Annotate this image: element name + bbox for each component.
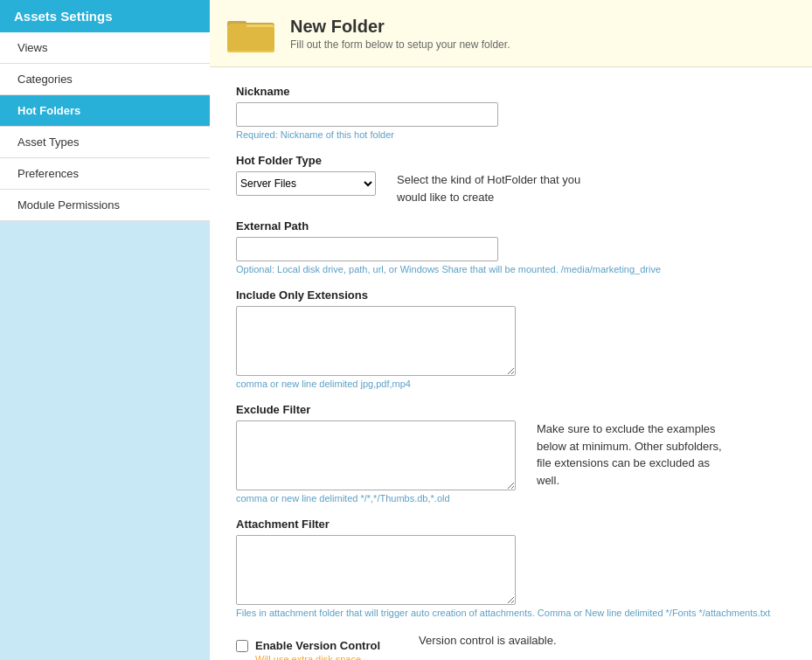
page-header: New Folder Fill out the form below to se… — [210, 0, 812, 67]
sidebar-header: Assets Settings — [0, 0, 210, 32]
page-header-text: New Folder Fill out the form below to se… — [290, 17, 510, 51]
sidebar: Assets Settings Views Categories Hot Fol… — [0, 0, 210, 660]
svg-rect-4 — [227, 27, 274, 51]
hot-folder-type-row: Server Files FTP S3 Dropbox Select the k… — [236, 171, 778, 205]
exclude-filter-left: comma or new line delimited */*,*/Thumbs… — [236, 420, 516, 504]
nickname-label: Nickname — [236, 85, 778, 98]
include-extensions-label: Include Only Extensions — [236, 288, 778, 302]
hot-folder-type-label: Hot Folder Type — [236, 154, 778, 167]
exclude-filter-tip: Make sure to exclude the examples below … — [537, 420, 729, 489]
folder-icon — [227, 12, 276, 54]
sidebar-item-module-permissions[interactable]: Module Permissions — [0, 190, 210, 221]
version-control-label[interactable]: Enable Version Control — [255, 639, 380, 652]
nickname-hint: Required: Nickname of this hot folder — [236, 129, 778, 140]
version-control-row: Enable Version Control — [236, 639, 380, 652]
exclude-filter-row: comma or new line delimited */*,*/Thumbs… — [236, 420, 778, 504]
exclude-filter-hint: comma or new line delimited */*,*/Thumbs… — [236, 493, 516, 504]
exclude-filter-group: Exclude Filter comma or new line delimit… — [236, 403, 778, 504]
hot-folder-type-tip: Select the kind of HotFolder that you wo… — [397, 171, 589, 205]
form-area: Nickname Required: Nickname of this hot … — [210, 67, 804, 660]
include-extensions-textarea[interactable] — [236, 306, 516, 376]
hot-folder-type-select[interactable]: Server Files FTP S3 Dropbox — [236, 171, 376, 196]
sidebar-item-preferences[interactable]: Preferences — [0, 158, 210, 190]
version-control-left: Enable Version Control Will use extra di… — [236, 632, 380, 660]
version-control-group: Enable Version Control Will use extra di… — [236, 632, 778, 660]
nickname-group: Nickname Required: Nickname of this hot … — [236, 85, 778, 140]
main-content: New Folder Fill out the form below to se… — [210, 0, 812, 660]
sidebar-item-views[interactable]: Views — [0, 32, 210, 64]
external-path-input[interactable] — [236, 237, 498, 261]
hot-folder-type-group: Hot Folder Type Server Files FTP S3 Drop… — [236, 154, 778, 205]
external-path-label: External Path — [236, 219, 778, 233]
include-extensions-group: Include Only Extensions comma or new lin… — [236, 288, 778, 389]
include-extensions-hint: comma or new line delimited jpg,pdf,mp4 — [236, 379, 778, 389]
external-path-hint: Optional: Local disk drive, path, url, o… — [236, 264, 778, 274]
external-path-group: External Path Optional: Local disk drive… — [236, 219, 778, 274]
attachment-filter-hint: Files in attachment folder that will tri… — [236, 608, 778, 618]
exclude-filter-label: Exclude Filter — [236, 403, 778, 416]
version-control-tip: Version control is available. — [419, 632, 557, 650]
svg-rect-5 — [229, 24, 246, 31]
version-control-hint: Will use extra disk space — [255, 654, 380, 660]
version-control-checkbox[interactable] — [236, 640, 248, 652]
sidebar-item-asset-types[interactable]: Asset Types — [0, 127, 210, 158]
page-subtitle: Fill out the form below to setup your ne… — [290, 38, 510, 51]
exclude-filter-textarea[interactable] — [236, 420, 516, 490]
attachment-filter-label: Attachment Filter — [236, 518, 778, 531]
sidebar-item-hot-folders[interactable]: Hot Folders — [0, 95, 210, 127]
attachment-filter-group: Attachment Filter Files in attachment fo… — [236, 518, 778, 618]
sidebar-item-categories[interactable]: Categories — [0, 64, 210, 95]
attachment-filter-textarea[interactable] — [236, 535, 516, 605]
nickname-input[interactable] — [236, 102, 498, 127]
page-title: New Folder — [290, 17, 510, 37]
